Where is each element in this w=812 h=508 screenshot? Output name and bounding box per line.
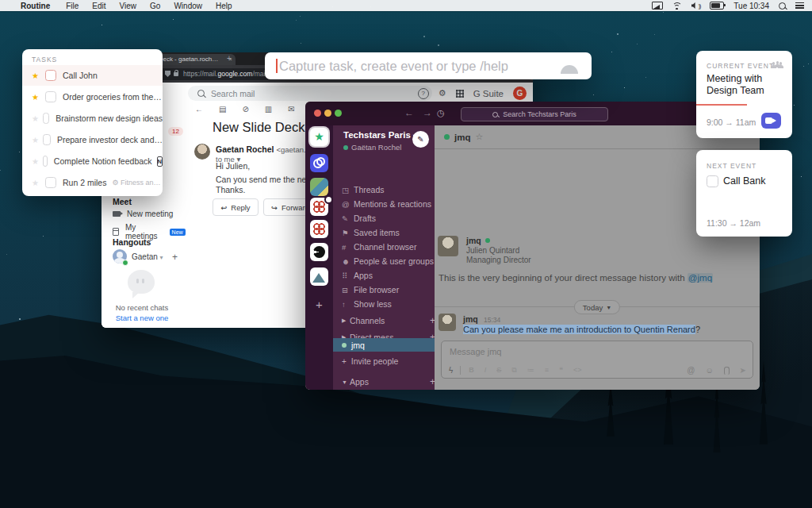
spotlight-search-icon[interactable] <box>779 2 786 10</box>
command-bar[interactable]: Capture task, create event or type /help <box>265 52 592 79</box>
date-divider-pill[interactable]: Today▼ <box>574 300 620 314</box>
star-channel-icon[interactable]: ☆ <box>475 132 483 142</box>
volume-icon[interactable]: )) <box>691 2 701 9</box>
hangouts-user[interactable]: Gaetan ▾ <box>132 252 163 261</box>
star-icon[interactable]: ★ <box>32 157 39 166</box>
workspace-icon-art[interactable] <box>310 178 328 196</box>
add-hangout-icon[interactable]: + <box>172 252 178 263</box>
active-app-name[interactable]: Routine <box>21 2 50 10</box>
star-icon[interactable]: ★ <box>32 114 39 123</box>
star-icon[interactable]: ★ <box>32 93 41 102</box>
history-forward-icon[interactable]: → <box>423 107 432 118</box>
attachment-icon[interactable] <box>724 367 730 375</box>
slack-search-field[interactable]: Search Techstars Paris <box>461 107 608 121</box>
sidebar-item-channel-browser[interactable]: #Channel browser <box>333 240 435 254</box>
history-clock-icon[interactable]: ◷ <box>437 108 445 118</box>
task-row[interactable]: ★ Call John <box>22 65 163 86</box>
mark-unread-icon[interactable]: ✉ <box>288 105 294 114</box>
menu-file[interactable]: File <box>66 2 79 10</box>
sidebar-item-drafts[interactable]: ✎Drafts <box>333 211 435 225</box>
battery-icon[interactable] <box>710 2 724 10</box>
reply-button[interactable]: ↩Reply <box>213 198 259 216</box>
start-new-chat-link[interactable]: Start a new one <box>102 314 182 322</box>
sidebar-item-file-browser[interactable]: ⊟File browser <box>333 283 435 297</box>
star-icon[interactable]: ★ <box>32 71 41 80</box>
dm-item-jmq-selected[interactable]: jmq <box>333 338 443 352</box>
apps-section-header[interactable]: ▼ Apps + <box>333 375 443 388</box>
gear-icon[interactable]: ⚙ <box>439 88 446 98</box>
task-row[interactable]: ★ Order groceries from the… <box>22 87 163 107</box>
close-window-button[interactable] <box>314 110 321 117</box>
task-checkbox[interactable] <box>45 70 56 81</box>
send-icon[interactable]: ➤ <box>740 366 746 375</box>
task-row[interactable]: ★ Prepare investor deck and… <box>22 129 163 150</box>
add-workspace-button[interactable]: + <box>310 295 328 314</box>
report-icon[interactable]: ⊘ <box>242 105 248 114</box>
gmail-search-field[interactable]: Search mail <box>188 86 432 101</box>
help-icon[interactable]: ? <box>418 88 429 99</box>
workspace-icon-blue[interactable] <box>310 154 328 172</box>
menu-bar-clock[interactable]: Tue 10:34 <box>733 2 769 10</box>
menu-edit[interactable]: Edit <box>92 2 105 10</box>
star-icon[interactable]: ★ <box>32 179 41 187</box>
new-meeting-item[interactable]: New meeting <box>113 210 173 218</box>
emoji-icon[interactable]: ☺ <box>705 366 713 375</box>
account-avatar[interactable]: G <box>513 87 527 100</box>
link-icon[interactable]: ⧉ <box>511 366 516 375</box>
workspace-rail: ★ + <box>305 125 333 390</box>
sidebar-item-show-less[interactable]: ↑Show less <box>333 297 435 311</box>
task-checkbox[interactable] <box>43 156 48 167</box>
notification-center-icon[interactable] <box>795 2 804 9</box>
menu-help[interactable]: Help <box>216 2 232 10</box>
sidebar-item-mentions[interactable]: @Mentions & reactions <box>333 197 435 211</box>
event-checkbox[interactable] <box>707 175 718 187</box>
workspace-name-menu[interactable]: Techstars Paris ▾ <box>343 130 416 140</box>
new-tab-button[interactable]: + <box>227 53 232 64</box>
back-icon[interactable]: ← <box>195 105 203 114</box>
workspace-icon-flower-2[interactable] <box>310 220 328 238</box>
task-row[interactable]: ★ Brainstorm new design ideas <box>22 108 163 129</box>
apps-grid-icon[interactable] <box>456 90 464 98</box>
delete-icon[interactable]: ▥ <box>265 105 272 114</box>
menu-view[interactable]: View <box>120 2 137 10</box>
task-checkbox[interactable] <box>45 177 56 188</box>
workspace-icon-mountain[interactable] <box>310 267 328 286</box>
menu-window[interactable]: Window <box>174 2 202 10</box>
workspace-icon-swirl[interactable] <box>310 243 328 261</box>
mention-link[interactable]: @jmq <box>688 273 713 283</box>
task-checkbox[interactable] <box>45 91 56 102</box>
sidebar-item-apps[interactable]: ⠿Apps <box>333 268 435 283</box>
compose-button[interactable]: ✎ <box>412 131 429 148</box>
ordered-list-icon[interactable]: ≔ <box>527 366 534 375</box>
code-icon[interactable]: <> <box>573 366 582 375</box>
join-video-call-button[interactable] <box>761 113 781 129</box>
sidebar-item-threads[interactable]: ◳Threads <box>333 183 435 197</box>
task-checkbox[interactable] <box>43 134 51 145</box>
history-back-icon[interactable]: ← <box>404 107 414 118</box>
task-row[interactable]: ★ Complete Notion feedback N <box>22 151 163 171</box>
star-icon[interactable]: ★ <box>32 136 39 144</box>
zoom-window-button[interactable] <box>335 110 342 117</box>
message-composer[interactable]: Message jmq ϟ B I S ⧉ ≔ ≡ ❝ <> @ <box>441 341 753 379</box>
bullet-list-icon[interactable]: ≡ <box>545 366 549 375</box>
shortcuts-lightning-icon[interactable]: ϟ <box>442 366 461 375</box>
minimize-window-button[interactable] <box>324 110 331 117</box>
workspace-icon-techstars[interactable]: ★ <box>310 128 328 146</box>
italic-icon[interactable]: I <box>485 366 487 375</box>
slack-title-bar[interactable]: ← → ◷ Search Techstars Paris <box>305 102 760 125</box>
bold-icon[interactable]: B <box>469 366 474 375</box>
archive-icon[interactable]: ▤ <box>219 105 226 114</box>
sidebar-item-saved[interactable]: ⚑Saved items <box>333 225 435 240</box>
display-status-icon[interactable] <box>652 2 663 10</box>
invite-people-item[interactable]: + Invite people <box>333 355 443 368</box>
menu-go[interactable]: Go <box>150 2 160 10</box>
task-checkbox[interactable] <box>43 113 49 124</box>
blockquote-icon[interactable]: ❝ <box>559 366 563 375</box>
mention-icon[interactable]: @ <box>687 366 695 375</box>
sidebar-item-people[interactable]: ☻People & user groups <box>333 254 435 268</box>
message-author[interactable]: jmq <box>463 314 478 324</box>
wifi-icon[interactable] <box>672 2 682 10</box>
strikethrough-icon[interactable]: S <box>496 366 501 375</box>
task-row[interactable]: ★ Run 2 miles ⚙ Fitness an… <box>22 172 163 193</box>
channels-section-header[interactable]: ▶ Channels + <box>333 314 443 327</box>
